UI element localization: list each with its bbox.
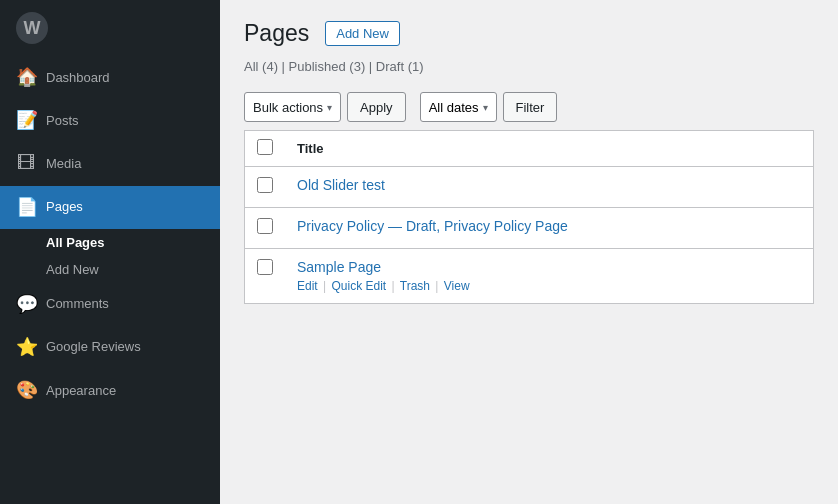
sidebar-item-pages[interactable]: 📄 Pages [0, 186, 220, 229]
pages-table: Title Old Slider test Privacy Policy — D… [244, 130, 814, 304]
select-all-cell [245, 131, 286, 167]
bulk-actions-label: Bulk actions [253, 100, 323, 115]
star-icon: ⭐ [16, 335, 36, 360]
filter-all-label: All [244, 59, 258, 74]
page-header: Pages Add New [244, 20, 814, 47]
apply-button[interactable]: Apply [347, 92, 406, 122]
row-action-edit[interactable]: Edit [297, 279, 318, 293]
posts-icon: 📝 [16, 108, 36, 133]
appearance-icon: 🎨 [16, 378, 36, 403]
filter-all-link[interactable]: All (4) [244, 59, 282, 74]
bulk-actions-chevron-icon: ▾ [327, 102, 332, 113]
sidebar-item-label: Appearance [46, 382, 116, 400]
sidebar-item-media[interactable]: 🎞 Media [0, 142, 220, 185]
sidebar-item-appearance[interactable]: 🎨 Appearance [0, 369, 220, 412]
sidebar-item-google-reviews[interactable]: ⭐ Google Reviews [0, 326, 220, 369]
sidebar: W 🏠 Dashboard 📝 Posts 🎞 Media 📄 Pages Al… [0, 0, 220, 504]
row-checkbox-sample-page[interactable] [257, 259, 273, 275]
title-cell: Sample Page Edit | Quick Edit | Trash | … [285, 249, 814, 304]
sidebar-item-label: Posts [46, 112, 79, 130]
filter-draft-label: Draft [376, 59, 404, 74]
pages-icon: 📄 [16, 195, 36, 220]
sidebar-item-label: Dashboard [46, 69, 110, 87]
table-row: Old Slider test [245, 167, 814, 208]
filter-published-label: Published [289, 59, 346, 74]
toolbar: Bulk actions ▾ Apply All dates ▾ Filter [244, 84, 814, 130]
select-all-checkbox[interactable] [257, 139, 273, 155]
row-actions-sample-page: Edit | Quick Edit | Trash | View [297, 279, 801, 293]
sidebar-item-dashboard[interactable]: 🏠 Dashboard [0, 56, 220, 99]
title-column-header: Title [285, 131, 814, 167]
filter-draft-link[interactable]: Draft (1) [376, 59, 424, 74]
row-checkbox-privacy-policy[interactable] [257, 218, 273, 234]
filter-published-link[interactable]: Published (3) [289, 59, 369, 74]
sidebar-item-label: Google Reviews [46, 338, 141, 356]
page-link-privacy-policy[interactable]: Privacy Policy — Draft, Privacy Policy P… [297, 218, 801, 234]
row-action-view[interactable]: View [444, 279, 470, 293]
page-title: Pages [244, 20, 309, 47]
filter-all-count: (4) [262, 59, 278, 74]
sidebar-item-label: Comments [46, 295, 109, 313]
title-cell: Privacy Policy — Draft, Privacy Policy P… [285, 208, 814, 249]
filter-links: All (4) | Published (3) | Draft (1) [244, 59, 814, 74]
wp-logo-icon: W [16, 12, 48, 44]
title-cell: Old Slider test [285, 167, 814, 208]
pages-submenu: All Pages Add New [0, 229, 220, 283]
sidebar-item-label: Media [46, 155, 81, 173]
table-row: Sample Page Edit | Quick Edit | Trash | … [245, 249, 814, 304]
filter-sep-2: | [369, 59, 376, 74]
sidebar-item-add-new[interactable]: Add New [0, 256, 220, 283]
row-action-trash[interactable]: Trash [400, 279, 430, 293]
table-row: Privacy Policy — Draft, Privacy Policy P… [245, 208, 814, 249]
dates-chevron-icon: ▾ [483, 102, 488, 113]
row-action-quick-edit[interactable]: Quick Edit [332, 279, 387, 293]
row-checkbox-old-slider[interactable] [257, 177, 273, 193]
filter-sep-1: | [282, 59, 289, 74]
date-filter-select[interactable]: All dates ▾ [420, 92, 497, 122]
all-dates-label: All dates [429, 100, 479, 115]
filter-published-count: (3) [349, 59, 365, 74]
page-link-sample-page[interactable]: Sample Page [297, 259, 801, 275]
main-content: Pages Add New All (4) | Published (3) | … [220, 0, 838, 504]
sidebar-item-label: Pages [46, 198, 83, 216]
filter-draft-count: (1) [408, 59, 424, 74]
dashboard-icon: 🏠 [16, 65, 36, 90]
add-new-button[interactable]: Add New [325, 21, 400, 46]
table-header: Title [245, 131, 814, 167]
checkbox-cell [245, 208, 286, 249]
comments-icon: 💬 [16, 292, 36, 317]
sidebar-item-all-pages[interactable]: All Pages [0, 229, 220, 256]
checkbox-cell [245, 167, 286, 208]
checkbox-cell [245, 249, 286, 304]
bulk-actions-select[interactable]: Bulk actions ▾ [244, 92, 341, 122]
media-icon: 🎞 [16, 151, 36, 176]
sidebar-item-comments[interactable]: 💬 Comments [0, 283, 220, 326]
sidebar-logo: W [0, 0, 220, 56]
sidebar-item-posts[interactable]: 📝 Posts [0, 99, 220, 142]
filter-button[interactable]: Filter [503, 92, 558, 122]
page-link-old-slider[interactable]: Old Slider test [297, 177, 801, 193]
